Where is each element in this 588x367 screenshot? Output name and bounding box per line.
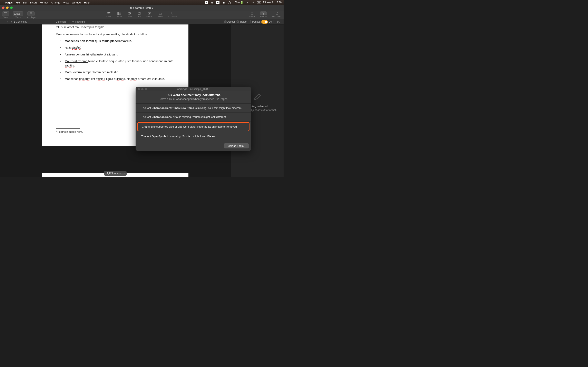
dialog-heading: This Word document may look different. [138, 93, 249, 97]
svg-rect-26 [2, 21, 5, 23]
shield-icon[interactable]: ⛨ [210, 1, 214, 4]
menubar-time[interactable]: 13:30 [276, 1, 282, 4]
dialog-titlebar: Warnings – file-sample_1MB-2 [136, 87, 251, 91]
bullet-1: Maecenas non lorem quis tellus placerat … [65, 39, 132, 43]
chart-icon[interactable] [128, 11, 131, 15]
menu-insert[interactable]: Insert [30, 1, 37, 4]
zoom-label: Zoom [15, 16, 21, 18]
reject-button[interactable]: Reject [240, 20, 247, 23]
paused-label: Paused [252, 20, 260, 23]
svg-rect-0 [258, 1, 260, 2]
close-button[interactable] [2, 7, 4, 9]
dialog-title: Warnings – file-sample_1MB-2 [177, 88, 210, 91]
next-comment-icon[interactable]: › [10, 20, 13, 24]
brush-icon [251, 90, 263, 101]
accept-check-icon[interactable]: ✓ [224, 20, 227, 23]
svg-rect-1 [258, 3, 260, 3]
media-icon[interactable] [159, 11, 162, 15]
tracking-toggle[interactable] [261, 20, 268, 24]
app-menu[interactable]: Pages [5, 1, 13, 4]
warning-row: The font Liberation Sans;Arial is missin… [136, 113, 251, 122]
svg-point-3 [259, 3, 260, 3]
view-button[interactable] [2, 11, 9, 16]
add-page-button[interactable] [27, 11, 35, 16]
share-icon[interactable] [251, 11, 253, 15]
on-label: On [269, 20, 272, 23]
view-label: View [3, 16, 8, 18]
wifi-icon[interactable] [251, 1, 255, 4]
svg-rect-23 [171, 12, 174, 14]
word-count-pill[interactable]: 1,221words [104, 171, 127, 176]
titlebar: file-sample_1MB-2 [0, 5, 284, 11]
comment-count: 1 Comment [14, 20, 26, 23]
system-menubar: Pages File Edit Insert Format Arrange Vi… [0, 0, 284, 5]
sidebar-toggle-icon[interactable] [2, 20, 5, 24]
warning-row: The font Liberation Serif;Times New Roma… [136, 104, 251, 113]
dialog-minimize-button[interactable] [141, 88, 144, 90]
format-icon[interactable] [260, 11, 267, 15]
status-b-icon[interactable]: B [216, 1, 219, 4]
zoom-dropdown[interactable]: 125%⌄ [13, 11, 23, 16]
menu-help[interactable]: Help [84, 1, 90, 4]
plus-icon: + [53, 20, 55, 23]
add-comment-button[interactable]: +Comment [52, 20, 68, 24]
svg-rect-4 [4, 12, 7, 15]
menu-window[interactable]: Window [72, 1, 81, 4]
warning-row: The font OpenSymbol is missing. Your tex… [136, 132, 251, 141]
svg-point-20 [149, 12, 151, 14]
text-icon[interactable]: T [138, 11, 140, 15]
footnote-separator [56, 128, 80, 129]
bluetooth-icon[interactable]: ⌖ [246, 1, 249, 4]
table-icon[interactable] [118, 11, 121, 15]
status-s-icon[interactable]: S [205, 1, 208, 4]
prev-comment-icon[interactable]: ‹ [6, 20, 9, 24]
svg-text:T: T [138, 12, 140, 15]
circle-icon[interactable]: ◯ [228, 1, 231, 4]
toolbar: View 125%⌄ Zoom Add Page Insert Table Ch… [0, 11, 284, 19]
bullet-5: Morbi viverra semper lorem nec molestie. [60, 70, 174, 75]
window-title: file-sample_1MB-2 [130, 6, 153, 9]
zoom-button[interactable] [10, 7, 13, 9]
bullet-3: Aenean congue fringilla justo ut aliquam… [65, 53, 118, 56]
tracking-options-icon[interactable]: ✻⌄ [276, 20, 282, 24]
svg-point-22 [159, 13, 160, 13]
menu-edit[interactable]: Edit [23, 1, 27, 4]
pencil-icon: ✎ [72, 20, 74, 23]
dialog-subheading: Here's a list of what changed when you o… [138, 98, 249, 100]
warnings-dialog: Warnings – file-sample_1MB-2 This Word d… [136, 87, 251, 151]
minimize-button[interactable] [6, 7, 9, 9]
menubar-date[interactable]: Fri Nov 8 [263, 1, 273, 4]
highlight-button[interactable]: ✎Highlight [71, 20, 86, 24]
document-icon[interactable] [276, 11, 278, 15]
secondary-bar: ‹ › 1 Comment +Comment ✎Highlight ✓ Acce… [0, 19, 284, 25]
add-page-label: Add Page [26, 16, 35, 18]
control-center-icon[interactable] [257, 1, 260, 4]
replace-fonts-button[interactable]: Replace Fonts… [224, 143, 249, 149]
record-icon[interactable]: ◉ [222, 1, 225, 4]
menu-view[interactable]: View [63, 1, 69, 4]
shape-icon[interactable] [148, 11, 151, 15]
comment-icon[interactable] [171, 11, 174, 15]
reject-x-icon[interactable]: ✕ [236, 20, 239, 23]
insert-icon[interactable] [107, 11, 111, 15]
battery-status[interactable]: 100% 🔋 [233, 1, 243, 4]
dialog-zoom-button[interactable] [145, 88, 147, 90]
menu-file[interactable]: File [16, 1, 20, 4]
svg-point-2 [258, 2, 259, 2]
menu-arrange[interactable]: Arrange [51, 1, 60, 4]
dialog-close-button[interactable] [138, 88, 140, 90]
menu-format[interactable]: Format [40, 1, 48, 4]
warning-row-highlighted: Charts of unsupported type or size were … [137, 122, 250, 131]
accept-button[interactable]: Accept [227, 20, 235, 23]
